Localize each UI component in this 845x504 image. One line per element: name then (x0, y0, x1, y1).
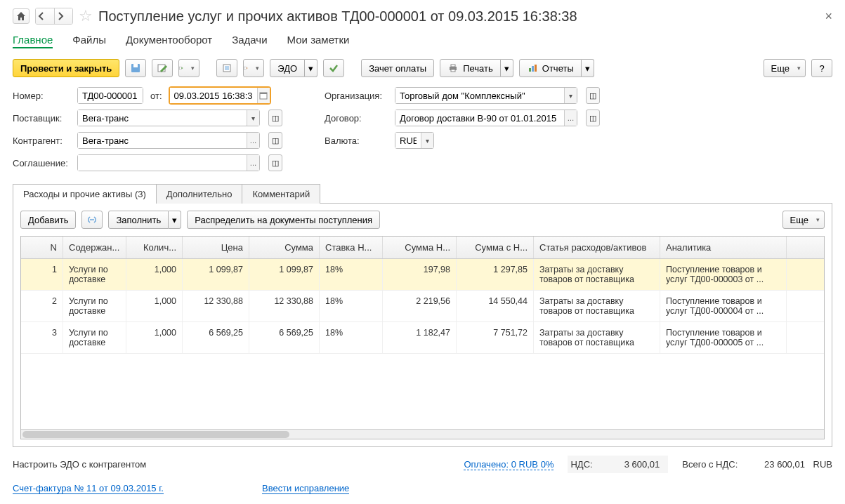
tab-docflow[interactable]: Документооборот (126, 34, 212, 48)
svg-rect-1 (133, 64, 138, 67)
total-currency: RUB (813, 459, 832, 470)
col-rate[interactable]: Ставка Н... (320, 237, 383, 258)
table-row[interactable]: 3 Услуги по доставке 1,000 6 569,25 6 56… (21, 322, 824, 354)
org-dropdown[interactable]: ▾ (564, 88, 577, 103)
col-sum[interactable]: Сумма (249, 237, 320, 258)
correction-link[interactable]: Ввести исправление (262, 483, 349, 494)
grid-more-button[interactable]: Еще (782, 211, 825, 229)
fill-button[interactable]: Заполнить (108, 211, 169, 229)
counterparty-ellipsis[interactable]: … (247, 133, 259, 148)
grid-toolbar: Добавить Заполнить ▾ Распределить на док… (20, 211, 825, 229)
print-label: Печать (463, 63, 493, 74)
table-row[interactable]: 2 Услуги по доставке 1,000 12 330,88 12 … (21, 291, 824, 322)
edo-button[interactable]: ЭДО (270, 59, 305, 77)
reports-label: Отчеты (542, 63, 574, 74)
col-total[interactable]: Сумма с Н... (457, 237, 534, 258)
apply-and-close-button[interactable]: Провести и закрыть (13, 59, 119, 77)
tab-expenses[interactable]: Расходы и прочие активы (3) (13, 184, 157, 204)
save-button[interactable] (125, 59, 146, 77)
vat-label: НДС: (570, 459, 592, 470)
favorite-star-icon[interactable]: ☆ (79, 7, 93, 25)
edo-setup-text: Настроить ЭДО с контрагентом (13, 459, 146, 470)
more-button[interactable]: Еще (764, 59, 806, 77)
create-based-button[interactable] (178, 59, 199, 77)
agreement-label: Соглашение: (13, 158, 70, 168)
tab-additional[interactable]: Дополнительно (157, 184, 243, 204)
distribute-button[interactable]: Распределить на документы поступления (187, 211, 380, 229)
chart-icon (527, 62, 538, 74)
number-field[interactable] (77, 87, 143, 104)
svg-rect-11 (451, 69, 455, 72)
contract-field[interactable]: … (395, 110, 577, 126)
tab-panel-expenses: Добавить Заполнить ▾ Распределить на док… (13, 203, 832, 447)
col-price[interactable]: Цена (183, 237, 249, 258)
from-label: от: (150, 91, 162, 101)
svg-rect-10 (451, 65, 455, 67)
main-toolbar: Провести и закрыть ЭДО ▾ Зачет оплаты Пе… (13, 59, 832, 77)
total-value: 23 600,01 (740, 457, 811, 472)
supplier-open-button[interactable]: ◫ (268, 110, 282, 126)
offset-payment-button[interactable]: Зачет оплаты (361, 59, 434, 77)
agreement-open-button[interactable]: ◫ (268, 154, 282, 171)
col-n[interactable]: N (21, 237, 63, 258)
agreement-field[interactable]: … (77, 154, 260, 171)
close-button[interactable]: × (825, 9, 832, 24)
scroll-thumb[interactable] (22, 431, 289, 438)
col-qty[interactable]: Колич... (126, 237, 183, 258)
counterparty-field[interactable]: … (77, 132, 260, 149)
tab-comment[interactable]: Комментарий (242, 184, 320, 204)
arrow-right-icon (55, 11, 66, 22)
currency-label: Валюта: (325, 135, 388, 146)
print-dropdown[interactable]: ▾ (501, 59, 513, 77)
link-rows-button[interactable] (81, 211, 103, 229)
edo-dropdown[interactable]: ▾ (305, 59, 317, 77)
paid-link[interactable]: Оплачено: 0 RUB 0% (464, 459, 553, 470)
table-row[interactable]: 1 Услуги по доставке 1,000 1 099,87 1 09… (21, 259, 824, 291)
vat-value: 3 600,01 (595, 457, 665, 472)
date-field[interactable] (169, 87, 270, 104)
home-button[interactable] (13, 8, 30, 24)
tab-tasks[interactable]: Задачи (232, 34, 267, 48)
horizontal-scrollbar[interactable] (21, 429, 824, 439)
col-desc[interactable]: Содержан... (63, 237, 126, 258)
printer-icon (447, 62, 459, 74)
tab-main[interactable]: Главное (13, 34, 53, 48)
link-icon (86, 214, 98, 225)
currency-dropdown[interactable]: ▾ (421, 133, 433, 148)
check-button[interactable] (323, 59, 344, 77)
add-row-button[interactable]: Добавить (20, 211, 76, 229)
currency-field[interactable]: ▾ (395, 132, 434, 149)
invoice-link[interactable]: Счет-фактура № 11 от 09.03.2015 г. (13, 483, 164, 494)
counterparty-open-button[interactable]: ◫ (268, 132, 282, 149)
calendar-button[interactable] (257, 88, 270, 103)
org-field[interactable]: ▾ (395, 87, 577, 104)
reports-dropdown[interactable]: ▾ (582, 59, 594, 77)
svg-rect-8 (244, 67, 247, 69)
contract-open-button[interactable]: ◫ (586, 110, 600, 126)
svg-rect-12 (529, 68, 531, 72)
agreement-ellipsis[interactable]: … (247, 155, 259, 171)
detail-tabs: Расходы и прочие активы (3) Дополнительн… (13, 184, 832, 204)
org-open-button[interactable]: ◫ (586, 87, 600, 104)
tab-notes[interactable]: Мои заметки (287, 34, 350, 48)
col-article[interactable]: Статья расходов/активов (534, 237, 660, 258)
svg-rect-14 (535, 65, 537, 72)
supplier-dropdown[interactable]: ▾ (247, 110, 259, 126)
print-button[interactable]: Печать (440, 59, 501, 77)
col-analytics[interactable]: Аналитика (660, 237, 787, 258)
post-button[interactable] (152, 59, 173, 77)
supplier-label: Поставщик: (13, 113, 70, 124)
reports-button[interactable]: Отчеты (519, 59, 582, 77)
fill-dropdown[interactable]: ▾ (169, 211, 181, 229)
back-button[interactable] (36, 8, 54, 24)
check-icon (328, 62, 339, 74)
tab-files[interactable]: Файлы (72, 34, 106, 48)
forward-button[interactable] (54, 8, 72, 24)
supplier-field[interactable]: ▾ (77, 110, 260, 126)
contract-ellipsis[interactable]: … (564, 110, 577, 126)
grid-body: 1 Услуги по доставке 1,000 1 099,87 1 09… (21, 259, 824, 429)
barcode-button[interactable] (243, 59, 264, 77)
document-structure-button[interactable] (216, 59, 237, 77)
col-vat[interactable]: Сумма Н... (383, 237, 457, 258)
help-button[interactable]: ? (811, 59, 832, 77)
